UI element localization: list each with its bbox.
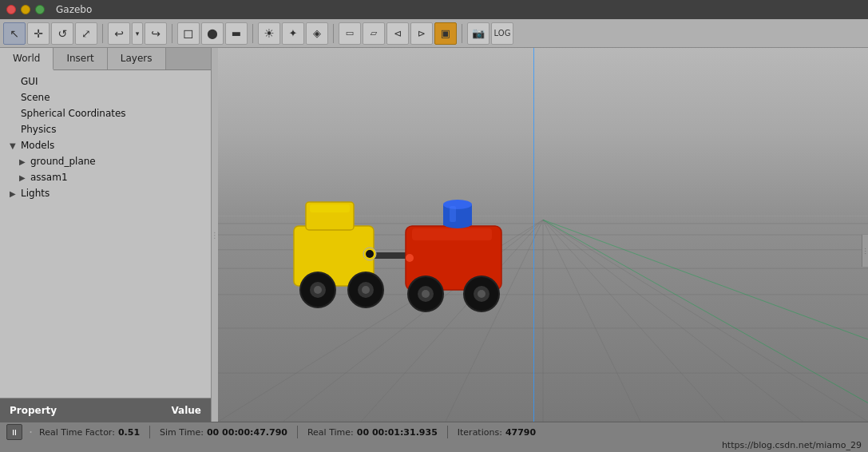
cylinder-button[interactable]: ▬ (225, 22, 248, 45)
btn-extra3[interactable]: ⊲ (386, 22, 409, 45)
redo-button[interactable]: ↪ (145, 22, 167, 45)
statusbar: ⏸ · Real Time Factor: 0.51 Sim Time: 00 … (0, 422, 868, 452)
tree-item-spherical[interactable]: Spherical Coordinates (0, 105, 211, 121)
blue-axis-line (533, 48, 534, 422)
tab-world[interactable]: World (0, 48, 54, 70)
panel-resize-handle[interactable]: ⋮ (212, 48, 218, 422)
btn-extra4[interactable]: ⊳ (410, 22, 433, 45)
tree-label-assam1: assam1 (30, 172, 68, 183)
svg-rect-30 (450, 206, 456, 222)
spot-light-button[interactable]: ✦ (282, 22, 304, 45)
tree-label-models: Models (21, 140, 54, 151)
tree-item-scene[interactable]: Scene (0, 89, 211, 105)
3d-viewport[interactable]: ⋮ (218, 48, 868, 422)
tree-label-physics: Physics (21, 124, 56, 135)
tree-item-assam1[interactable]: ▶ assam1 (0, 169, 211, 185)
svg-rect-26 (412, 228, 492, 240)
tree-item-lights[interactable]: ▶ Lights (0, 185, 211, 201)
tree-label-ground-plane: ground_plane (30, 156, 96, 167)
viewport-resize-handle[interactable]: ⋮ (862, 235, 868, 267)
tree-item-gui[interactable]: GUI (0, 73, 211, 89)
close-button[interactable] (6, 5, 16, 14)
translate-button[interactable]: ✛ (27, 22, 50, 45)
pause-button[interactable]: ⏸ (6, 424, 22, 440)
toolbar-lights-group: ☀ ✦ ◈ (258, 22, 328, 45)
content-area: World Insert Layers GUI Scene Spherical … (0, 48, 868, 422)
sep4 (333, 24, 334, 43)
real-time-label: Real Time: (307, 427, 354, 438)
left-panel: World Insert Layers GUI Scene Spherical … (0, 48, 212, 422)
tree-label-lights: Lights (21, 188, 50, 199)
toy-vehicle (278, 182, 533, 342)
real-time-value: 00 00:01:31.935 (357, 427, 438, 438)
real-time-item: Real Time: 00 00:01:31.935 (307, 427, 438, 438)
toolbar: ↖ ✛ ↺ ⤢ ↩ ▾ ↪ ◻ ⬤ ▬ ☀ ✦ ◈ ▭ ▱ ⊲ ⊳ ▣ (0, 19, 868, 48)
property-column-header: Property (0, 402, 161, 419)
arrow-assam1: ▶ (19, 173, 27, 182)
sim-time-label: Sim Time: (160, 427, 204, 438)
svg-point-36 (362, 286, 370, 294)
svg-point-42 (478, 290, 486, 298)
tree-panel: GUI Scene Spherical Coordinates Physics … (0, 70, 211, 398)
svg-rect-23 (310, 204, 350, 212)
sim-time-item: Sim Time: 00 00:00:47.790 (160, 427, 287, 438)
btn-extra2[interactable]: ▱ (363, 22, 385, 45)
iterations-label: Iterations: (458, 427, 502, 438)
statusbar-top: ⏸ · Real Time Factor: 0.51 Sim Time: 00 … (6, 424, 862, 440)
svg-point-33 (314, 286, 322, 294)
svg-point-29 (443, 200, 472, 209)
main-layout: ↖ ✛ ↺ ⤢ ↩ ▾ ↪ ◻ ⬤ ▬ ☀ ✦ ◈ ▭ ▱ ⊲ ⊳ ▣ (0, 19, 868, 452)
arrow-ground-plane: ▶ (19, 157, 27, 166)
sep5 (462, 24, 462, 43)
rtf-value: 0.51 (118, 427, 140, 438)
tree-item-models[interactable]: ▼ Models (0, 137, 211, 153)
tree-label-spherical: Spherical Coordinates (21, 108, 126, 119)
arrow-models: ▼ (10, 141, 18, 150)
svg-point-39 (422, 290, 430, 298)
box-button[interactable]: ◻ (177, 22, 200, 45)
dir-light-button[interactable]: ◈ (306, 22, 328, 45)
maximize-button[interactable] (35, 5, 45, 14)
toolbar-shapes-group: ◻ ⬤ ▬ (177, 22, 248, 45)
status-sep3 (447, 426, 448, 438)
minimize-button[interactable] (21, 5, 30, 14)
btn-extra1[interactable]: ▭ (339, 22, 361, 45)
toolbar-mode-group: ↖ ✛ ↺ ⤢ (3, 22, 97, 45)
undo-dropdown-button[interactable]: ▾ (132, 22, 143, 45)
undo-button[interactable]: ↩ (108, 22, 130, 45)
btn-extra5[interactable]: ▣ (434, 22, 457, 45)
tree-label-scene: Scene (21, 92, 50, 103)
sep3 (252, 24, 253, 43)
status-sep1 (149, 426, 150, 438)
tree-item-ground-plane[interactable]: ▶ ground_plane (0, 153, 211, 169)
screenshot-button[interactable]: 📷 (467, 22, 489, 45)
sep1 (102, 24, 103, 43)
property-panel: Property Value (0, 398, 211, 422)
iterations-value: 47790 (505, 427, 536, 438)
real-time-factor-item: Real Time Factor: 0.51 (39, 427, 140, 438)
rtf-label: Real Time Factor: (39, 427, 115, 438)
svg-point-44 (366, 250, 374, 258)
sphere-button[interactable]: ⬤ (201, 22, 224, 45)
status-sep2 (297, 426, 298, 438)
scale-button[interactable]: ⤢ (75, 22, 97, 45)
point-light-button[interactable]: ☀ (258, 22, 280, 45)
tab-insert[interactable]: Insert (54, 48, 107, 69)
app-title: Gazebo (56, 4, 92, 15)
tab-bar: World Insert Layers (0, 48, 211, 70)
statusbar-dot: · (29, 425, 33, 440)
toolbar-history-group: ↩ ▾ ↪ (108, 22, 167, 45)
rotate-button[interactable]: ↺ (51, 22, 73, 45)
svg-point-45 (406, 254, 414, 262)
tree-label-gui: GUI (21, 76, 38, 87)
statusbar-url: https://blog.csdn.net/miamo_29 (6, 440, 862, 450)
value-column-header: Value (161, 402, 211, 419)
log-button[interactable]: LOG (491, 22, 513, 45)
arrow-lights: ▶ (10, 189, 18, 198)
tab-layers[interactable]: Layers (108, 48, 166, 69)
sep2 (172, 24, 172, 43)
select-button[interactable]: ↖ (3, 22, 26, 45)
toolbar-extra-group: ▭ ▱ ⊲ ⊳ ▣ (339, 22, 457, 45)
titlebar: Gazebo (0, 0, 868, 19)
tree-item-physics[interactable]: Physics (0, 121, 211, 137)
